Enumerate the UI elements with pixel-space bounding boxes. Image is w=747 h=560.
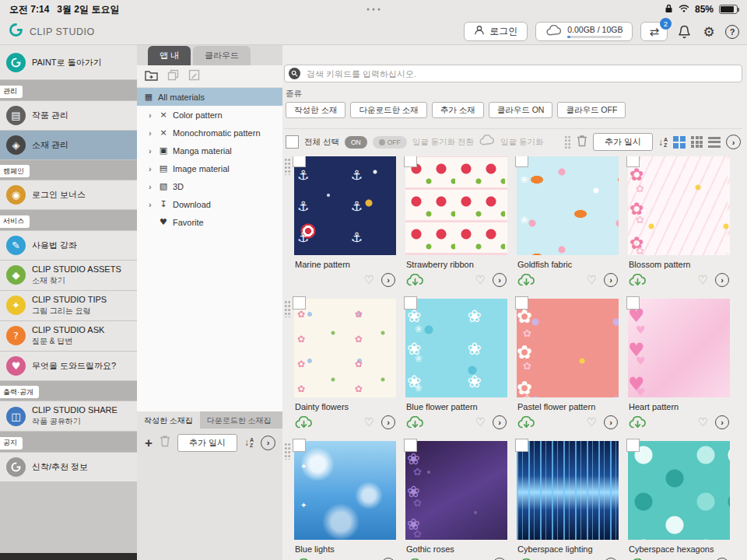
edit-button[interactable] <box>188 69 200 84</box>
filter-chip[interactable]: 다운로드한 소재 <box>350 102 426 118</box>
material-checkbox[interactable] <box>404 439 417 452</box>
material-checkbox[interactable] <box>515 296 528 310</box>
view-small-grid-button[interactable] <box>691 136 703 148</box>
view-large-grid-button[interactable] <box>673 136 686 149</box>
view-list-button[interactable] <box>708 137 721 148</box>
collection-sort-button[interactable]: 추가 일시 <box>177 434 237 452</box>
detail-chevron-icon[interactable]: › <box>604 415 618 429</box>
material-card[interactable]: Dainty flowers♡› <box>294 299 396 431</box>
material-thumbnail[interactable] <box>628 156 730 255</box>
tree-item[interactable]: ›▤Image material <box>137 159 282 177</box>
material-thumbnail[interactable] <box>517 156 619 255</box>
sidebar-item[interactable]: ◉로그인 보너스 <box>0 180 137 209</box>
material-thumbnail[interactable] <box>405 156 507 255</box>
material-thumbnail[interactable] <box>294 299 396 397</box>
filter-chip[interactable]: 클라우드 ON <box>489 102 553 118</box>
detail-chevron-icon[interactable]: › <box>493 415 507 429</box>
material-card[interactable]: Blossom pattern♡› <box>628 156 730 289</box>
filter-chip[interactable]: 작성한 소재 <box>286 102 345 118</box>
sidebar-item[interactable]: ◈소재 관리 <box>0 131 137 159</box>
sidebar-item[interactable]: ?CLIP STUDIO ASK질문 & 답변 <box>0 321 137 351</box>
material-card[interactable]: Gothic roses♡› <box>405 441 507 560</box>
material-checkbox[interactable] <box>626 439 640 452</box>
delete-button[interactable] <box>577 135 587 150</box>
duplicate-button[interactable] <box>167 69 179 84</box>
cloud-download-icon[interactable] <box>517 416 535 429</box>
sidebar-item[interactable]: ◫CLIP STUDIO SHARE작품 공유하기 <box>0 401 137 431</box>
material-card[interactable]: Strawberry ribbon♡› <box>405 156 507 289</box>
detail-chevron-icon[interactable]: › <box>381 415 395 429</box>
cloud-download-icon[interactable] <box>517 274 535 287</box>
tab-in-app[interactable]: 앱 내 <box>148 46 191 65</box>
material-checkbox[interactable] <box>293 296 306 310</box>
login-button[interactable]: 로그인 <box>464 22 528 41</box>
material-thumbnail[interactable] <box>628 441 730 540</box>
notifications-bell-icon[interactable] <box>675 23 693 40</box>
settings-gear-icon[interactable]: ⚙ <box>700 23 717 40</box>
sidebar-item[interactable]: ♥무엇을 도와드릴까요? <box>0 352 137 380</box>
detail-chevron-icon[interactable]: › <box>715 273 729 287</box>
material-card[interactable]: Blue lights♡› <box>294 441 396 560</box>
cloud-download-icon[interactable] <box>406 274 424 287</box>
tab-created-collection[interactable]: 작성한 소재집 <box>137 411 200 429</box>
detail-chevron-icon[interactable]: › <box>715 415 729 429</box>
favorite-heart-icon[interactable]: ♡ <box>587 417 597 429</box>
detail-chevron-icon[interactable]: › <box>493 273 507 287</box>
sidebar-item[interactable]: ✦CLIP STUDIO TIPS그림 그리는 요령 <box>0 291 137 320</box>
toolbar-drag-handle-icon[interactable] <box>564 135 571 149</box>
expand-chevron-icon[interactable]: › <box>149 164 154 173</box>
filter-chip[interactable]: 클라우드 OFF <box>557 102 626 118</box>
material-card[interactable]: Goldfish fabric♡› <box>517 156 619 289</box>
material-card[interactable]: Cyberspace lighting♡› <box>517 441 619 560</box>
material-thumbnail[interactable] <box>405 441 507 540</box>
row-drag-handle-icon[interactable] <box>284 443 291 460</box>
tree-item[interactable]: ›×Color pattern <box>137 106 282 124</box>
material-checkbox[interactable] <box>626 296 640 310</box>
material-thumbnail[interactable] <box>405 299 507 397</box>
material-thumbnail[interactable] <box>294 441 396 540</box>
material-thumbnail[interactable] <box>628 299 730 397</box>
material-checkbox[interactable] <box>293 156 306 167</box>
material-thumbnail[interactable] <box>517 441 619 540</box>
sidebar-item-back-to-paint[interactable]: PAINT로 돌아가기 <box>0 45 137 79</box>
tree-item[interactable]: ›▣Manga material <box>137 142 282 159</box>
cloud-download-icon[interactable] <box>629 416 647 429</box>
add-collection-button[interactable]: + <box>145 436 153 450</box>
cloud-download-icon[interactable] <box>406 416 424 429</box>
favorite-heart-icon[interactable]: ♡ <box>698 275 708 286</box>
expand-chevron-icon[interactable]: › <box>149 110 154 120</box>
tree-item[interactable]: ›▧3D <box>137 177 282 195</box>
row-drag-handle-icon[interactable] <box>284 158 291 175</box>
material-checkbox[interactable] <box>515 156 528 167</box>
favorite-heart-icon[interactable]: ♡ <box>364 417 374 429</box>
sidebar-item[interactable]: ◆CLIP STUDIO ASSETS소재 찾기 <box>0 261 137 290</box>
tab-cloud[interactable]: 클라우드 <box>193 46 251 65</box>
sidebar-item[interactable]: ▤작품 관리 <box>0 101 137 130</box>
favorite-heart-icon[interactable]: ♡ <box>587 275 597 286</box>
toolbar-expand-chevron-icon[interactable]: › <box>726 135 741 149</box>
cloud-download-icon[interactable] <box>295 416 313 429</box>
favorite-heart-icon[interactable]: ♡ <box>364 275 374 286</box>
material-card[interactable]: Pastel flower pattern♡› <box>517 299 619 431</box>
search-input[interactable] <box>305 68 738 79</box>
tree-item[interactable]: ›×Monochromatic pattern <box>137 124 282 142</box>
expand-chevron-icon[interactable]: › <box>149 200 154 209</box>
tree-item[interactable]: ▦All materials <box>137 88 282 106</box>
material-card[interactable]: Cyberspace hexagons♡› <box>628 441 730 560</box>
material-checkbox[interactable] <box>626 156 640 167</box>
material-thumbnail[interactable] <box>294 156 396 255</box>
detail-chevron-icon[interactable]: › <box>604 273 618 287</box>
cloud-storage-button[interactable]: 0.00GB / 10GB <box>535 22 633 41</box>
expand-chevron-icon[interactable]: › <box>149 182 154 191</box>
grid-sort-button[interactable]: 추가 일시 <box>593 133 653 151</box>
sidebar-item[interactable]: 신착/추천 정보 <box>0 453 137 481</box>
material-card[interactable]: Marine pattern♡› <box>294 156 396 289</box>
material-checkbox[interactable] <box>404 296 417 310</box>
favorite-heart-icon[interactable]: ♡ <box>475 275 486 286</box>
collection-expand-chevron-icon[interactable]: › <box>261 436 275 450</box>
favorite-heart-icon[interactable]: ♡ <box>698 417 708 429</box>
filter-chip[interactable]: 추가 소재 <box>432 102 484 118</box>
tree-item[interactable]: ›↧Download <box>137 195 282 213</box>
material-card[interactable]: Blue flower pattern♡› <box>405 299 507 431</box>
material-checkbox[interactable] <box>293 439 306 452</box>
